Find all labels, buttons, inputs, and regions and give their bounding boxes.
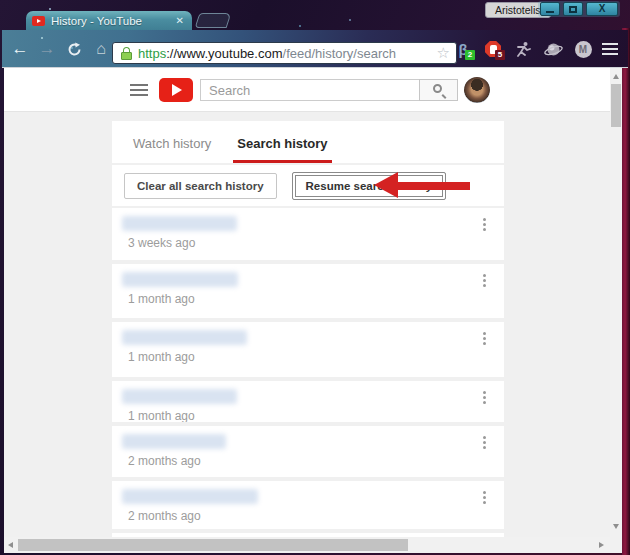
scroll-up-icon[interactable] — [613, 74, 619, 79]
history-query-blur — [122, 216, 237, 231]
history-row[interactable]: 2 months ago — [112, 426, 504, 477]
bookmark-star-icon[interactable]: ☆ — [435, 44, 452, 62]
kebab-menu-icon[interactable] — [478, 332, 490, 350]
kebab-menu-icon[interactable] — [478, 274, 490, 292]
history-row[interactable]: 1 month ago — [112, 322, 504, 377]
search-icon — [433, 84, 442, 93]
history-query-blur — [122, 272, 238, 287]
history-time: 2 months ago — [128, 509, 201, 523]
extension-badge: 2 — [465, 50, 475, 60]
history-content: Watch history Search history Clear all s… — [112, 121, 504, 537]
scroll-down-icon[interactable] — [613, 524, 619, 529]
nav-buttons: ← → ⌂ — [10, 30, 111, 68]
history-row[interactable]: 1 month ago — [112, 381, 504, 422]
extension-m-icon[interactable]: M — [572, 37, 594, 61]
history-list: 3 weeks ago 1 month ago 1 month ago 1 mo… — [112, 208, 504, 529]
horizontal-scrollbar-thumb[interactable] — [18, 539, 408, 551]
history-row[interactable]: 1 month ago — [112, 264, 504, 318]
history-row[interactable]: 2 months ago — [112, 481, 504, 529]
tab-search-history[interactable]: Search history — [235, 136, 329, 163]
titlebar: History - YouTube ✕ Aristotelis X — [0, 0, 630, 30]
extension-runner-icon[interactable] — [512, 37, 534, 61]
history-query-blur — [122, 389, 237, 404]
scroll-left-icon[interactable] — [8, 542, 13, 548]
vertical-scrollbar[interactable] — [610, 68, 622, 537]
history-query-blur — [122, 330, 247, 345]
resume-search-history-button[interactable]: Resume search history — [292, 172, 447, 200]
kebab-menu-icon[interactable] — [478, 491, 490, 509]
extension-badge: 5 — [495, 50, 505, 60]
extension-stop-hand-icon[interactable]: 5 — [482, 37, 504, 61]
history-time: 2 months ago — [128, 454, 201, 468]
maximize-button[interactable] — [563, 2, 583, 16]
history-time: 1 month ago — [128, 292, 195, 306]
youtube-logo[interactable] — [159, 78, 193, 102]
address-bar[interactable]: https://www.youtube.com/feed/history/sea… — [112, 42, 457, 64]
search-button[interactable] — [419, 79, 458, 101]
chrome-menu-icon[interactable] — [602, 43, 618, 55]
minimize-button[interactable] — [540, 2, 560, 16]
forward-icon[interactable]: → — [37, 39, 57, 59]
kebab-menu-icon[interactable] — [478, 436, 490, 454]
window-controls: X — [538, 1, 620, 17]
home-icon[interactable]: ⌂ — [91, 39, 111, 59]
history-time: 1 month ago — [128, 409, 195, 422]
extension-beta-icon[interactable]: β 2 — [452, 37, 474, 61]
clear-search-history-button[interactable]: Clear all search history — [124, 173, 277, 199]
tab-watch-history[interactable]: Watch history — [131, 136, 213, 163]
history-actions: Clear all search history Resume search h… — [112, 165, 504, 206]
youtube-favicon — [32, 16, 45, 26]
search-input[interactable] — [200, 79, 419, 101]
tab-close-icon[interactable]: ✕ — [174, 15, 186, 26]
hamburger-menu-icon[interactable] — [130, 84, 148, 96]
new-tab-button[interactable] — [195, 13, 232, 28]
tab-title: History - YouTube — [51, 15, 174, 27]
kebab-menu-icon[interactable] — [478, 218, 490, 236]
browser-tab[interactable]: History - YouTube ✕ — [26, 11, 192, 30]
url-text[interactable]: https://www.youtube.com/feed/history/sea… — [138, 46, 435, 61]
back-icon[interactable]: ← — [10, 39, 30, 59]
page-viewport: Watch history Search history Clear all s… — [4, 68, 610, 537]
avatar[interactable] — [464, 77, 490, 103]
horizontal-scrollbar[interactable] — [4, 537, 608, 553]
browser-window: History - YouTube ✕ Aristotelis X ← → ⌂ — [0, 0, 630, 555]
close-button[interactable]: X — [586, 2, 618, 16]
refresh-icon[interactable] — [64, 39, 84, 59]
history-query-blur — [122, 434, 226, 449]
window-border — [622, 28, 630, 555]
ssl-lock-icon[interactable] — [121, 47, 132, 60]
active-tab-underline — [233, 160, 331, 163]
browser-toolbar: ← → ⌂ https://www.youtube.com/feed/histo… — [2, 30, 628, 68]
extension-planet-icon[interactable] — [542, 37, 564, 61]
kebab-menu-icon[interactable] — [478, 391, 490, 409]
vertical-scrollbar-thumb[interactable] — [611, 84, 621, 127]
youtube-header — [4, 68, 610, 112]
history-query-blur — [122, 489, 258, 504]
history-time: 1 month ago — [128, 350, 195, 364]
scroll-right-icon[interactable] — [599, 542, 604, 548]
extension-icons: β 2 5 M — [452, 30, 618, 68]
history-time: 3 weeks ago — [128, 236, 195, 250]
history-row[interactable]: 3 weeks ago — [112, 208, 504, 260]
scrollbar-corner — [608, 537, 622, 553]
history-tabs: Watch history Search history — [112, 121, 504, 163]
